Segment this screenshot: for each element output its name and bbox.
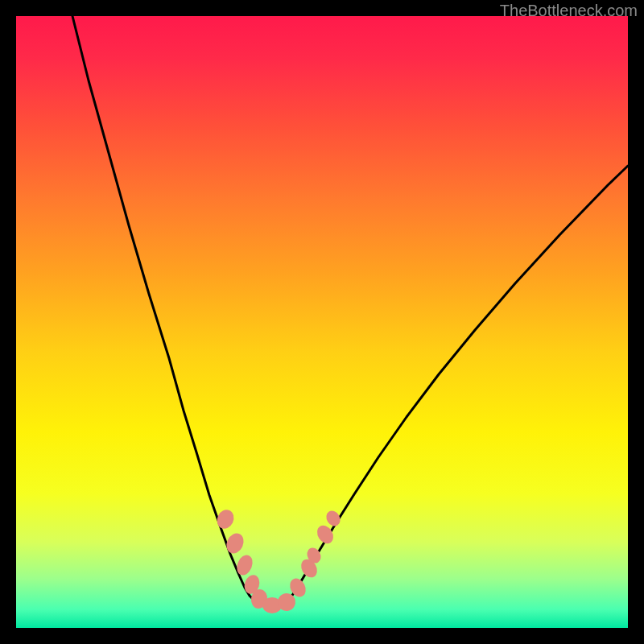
watermark-text: TheBottleneck.com <box>500 2 638 20</box>
chart-frame <box>16 16 628 628</box>
chart-svg <box>16 16 628 628</box>
